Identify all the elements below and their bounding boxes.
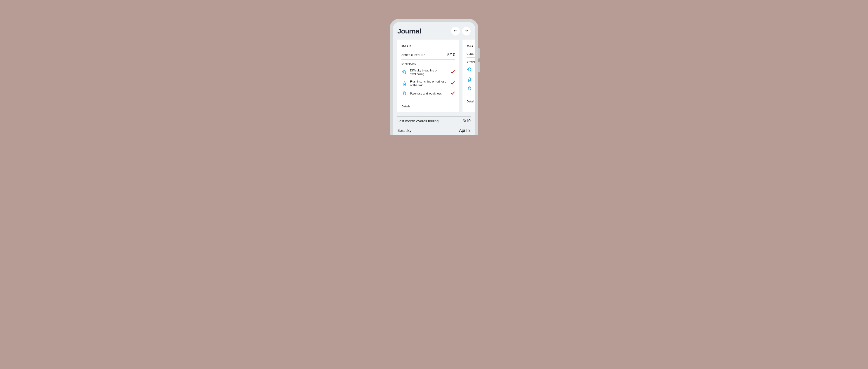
symptom-row: Paleness and weakness (401, 89, 455, 98)
head-breath-icon (467, 67, 472, 72)
feeling-score: 5/10 (447, 53, 455, 57)
details-link[interactable]: Detail (467, 100, 474, 103)
journal-card[interactable]: MAY 5 GENERAL FEELING 5/10 SYMPTOMS Diff… (397, 39, 459, 112)
svg-point-15 (469, 88, 470, 88)
phone-side-buttons (478, 48, 480, 75)
page-title: Journal (397, 27, 421, 35)
nav-arrows (451, 27, 471, 35)
symptom-text: Paleness and weakness (410, 92, 447, 95)
hand-icon (467, 76, 472, 82)
svg-point-8 (404, 92, 405, 93)
feeling-label: GENEF (467, 53, 475, 55)
symptom-row: Difficulty breathing or swallowing (401, 67, 455, 78)
journal-card[interactable]: MAY GENEF SYMPT (463, 39, 475, 112)
summary-row: Last month overall feeling 6/10 (397, 116, 471, 126)
screen: Journal MAY 5 GENERAL FEELI (393, 22, 475, 135)
symptom-row (467, 84, 475, 93)
head-breath-icon (401, 69, 407, 75)
symptoms-label: SYMPTOMS (401, 60, 455, 67)
arrow-left-icon (454, 29, 458, 34)
feeling-label: GENERAL FEELING (401, 54, 426, 57)
summary-row: Best day April 3 (397, 126, 471, 135)
side-button (478, 62, 480, 72)
svg-point-6 (404, 84, 405, 85)
symptoms-label: SYMPT (467, 58, 475, 65)
arrow-right-icon (464, 29, 468, 34)
check-icon (450, 69, 455, 75)
summary-value: April 3 (459, 128, 471, 133)
header: Journal (393, 22, 475, 39)
summary-section: Last month overall feeling 6/10 Best day… (393, 112, 475, 135)
prev-button[interactable] (451, 27, 460, 35)
symptom-row (467, 65, 475, 74)
next-button[interactable] (462, 27, 471, 35)
pale-head-icon (467, 86, 472, 92)
check-icon (450, 91, 455, 96)
summary-value: 6/10 (463, 119, 471, 123)
hand-icon (401, 81, 407, 86)
svg-point-12 (469, 80, 469, 80)
summary-label: Best day (397, 129, 411, 133)
symptom-text: Flushing, itching or redness of the skin (410, 80, 447, 87)
symptom-row: Flushing, itching or redness of the skin (401, 78, 455, 89)
symptom-text: Difficulty breathing or swallowing (410, 69, 447, 76)
pale-head-icon (401, 91, 407, 96)
details-link[interactable]: Details (401, 105, 410, 108)
symptom-row (467, 74, 475, 84)
feeling-row: GENEF (467, 50, 475, 58)
feeling-row: GENERAL FEELING 5/10 (401, 50, 455, 60)
check-icon (450, 81, 455, 86)
card-date: MAY (467, 44, 475, 50)
cards-row[interactable]: MAY 5 GENERAL FEELING 5/10 SYMPTOMS Diff… (393, 39, 475, 112)
phone-frame: Journal MAY 5 GENERAL FEELI (390, 19, 478, 135)
side-button (478, 48, 480, 59)
card-date: MAY 5 (401, 44, 455, 50)
summary-label: Last month overall feeling (397, 119, 438, 123)
